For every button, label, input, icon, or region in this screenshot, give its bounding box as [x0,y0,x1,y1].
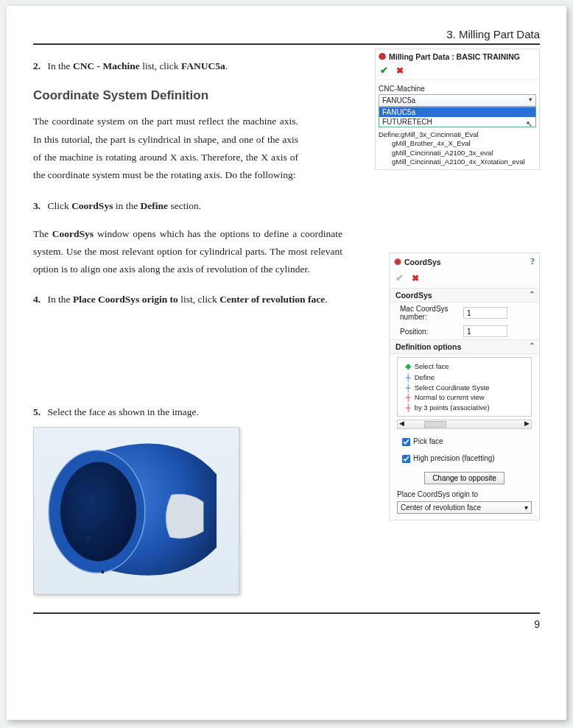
pick-face-label: Pick face [413,437,443,445]
scrollbar-thumb[interactable] [424,421,446,428]
intro-paragraph: The coordinate system on the part must r… [33,113,298,184]
help-icon[interactable]: ? [530,256,535,267]
app-icon: ✺ [394,257,401,267]
place-origin-label: Place CoordSys origin to [390,489,539,500]
definition-tree[interactable]: ◆ Select face ┼ Define ┼ Select Coordina… [397,357,532,417]
app-icon: ✺ [379,52,386,62]
list-item[interactable]: gMill_Cincinnati_A2100_4x_Xrotation_eval [392,158,525,166]
paragraph-coordsys: The CoordSys window opens which has the … [33,225,342,279]
cancel-icon[interactable]: ✖ [412,273,419,283]
step-number: 4. [33,294,41,305]
list-item[interactable]: gMill_Brother_4x_X_Eval [392,139,471,147]
ok-icon[interactable]: ✔ [380,65,388,76]
cylinder-image: ⤬ [33,427,239,595]
normal-icon: ┼ [404,392,412,403]
pick-face-checkbox[interactable] [402,438,410,446]
cnc-machine-dropdown[interactable]: FANUC5a [379,94,536,107]
step-number: 5. [33,406,41,417]
section-header-coordsys[interactable]: CoordSys [390,288,539,303]
top-rule [33,43,540,45]
diamond-icon: ◆ [404,361,412,372]
high-precision-label: High precision (facetting) [413,454,495,462]
chapter-header: 3. Milling Part Data [33,28,540,43]
horizontal-scrollbar[interactable] [397,420,532,429]
coordsys-icon: ┼ [404,383,412,393]
step-number: 2. [33,60,41,71]
list-item[interactable]: gMill_3x_Cincinnati_Eval [401,130,479,138]
define-list: Define:gMill_3x_Cincinnati_Eval gMill_Br… [376,129,539,169]
points-icon: ┼ [404,403,412,413]
milling-part-data-panel: ✺ Milling Part Data : BASIC TRAINING ✔ ✖… [375,49,540,170]
dropdown-list[interactable]: FANUC5a FUTURETECH ↖ [379,107,536,127]
high-precision-checkbox[interactable] [402,455,410,463]
cursor-icon: ↖ [526,119,532,129]
dropdown-option[interactable]: FANUC5a [379,107,535,117]
dropdown-option[interactable]: FUTURETECH [379,117,535,127]
page-number: 9 [33,618,540,630]
step-number: 3. [33,200,41,211]
step-4: 4. In the Place CoordSys origin to list,… [33,291,342,308]
cancel-icon[interactable]: ✖ [396,66,404,76]
position-label: Position: [400,328,459,336]
cnc-machine-label: CNC-Machine [376,80,539,94]
panel2-title: ✺ CoordSys ? [390,253,539,271]
mac-number-input[interactable] [463,307,507,319]
axis-marker: ⤬ [85,535,91,543]
step-3: 3. Click CoordSys in the Define section. [33,198,540,215]
dropdown-selected[interactable]: FANUC5a [379,95,535,106]
ok-icon[interactable]: ✔ [396,272,404,283]
place-origin-select[interactable]: Center of revolution face [397,501,532,514]
svg-point-1 [60,462,136,562]
define-icon: ┼ [404,372,412,383]
svg-point-3 [101,571,104,574]
bottom-rule [33,612,540,614]
position-input[interactable] [463,325,507,337]
panel1-title: ✺ Milling Part Data : BASIC TRAINING [376,49,539,64]
change-opposite-button[interactable]: Change to opposite [424,472,505,484]
mac-number-label: Mac CoordSys number: [400,305,459,321]
coordsys-panel: ✺ CoordSys ? ✔ ✖ CoordSys Mac CoordSys n… [389,252,540,520]
section-header-definition[interactable]: Definition options [390,339,539,354]
list-item[interactable]: gMill_Cincinnati_A2100_3x_eval [392,149,493,157]
